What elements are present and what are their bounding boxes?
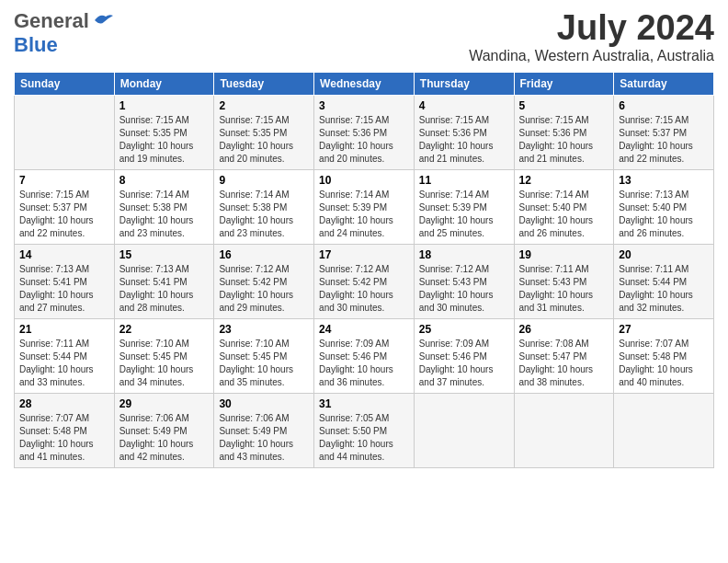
col-header-wednesday: Wednesday xyxy=(314,72,415,95)
date-number: 14 xyxy=(19,248,109,261)
date-number: 17 xyxy=(319,248,409,261)
calendar-cell: 2Sunrise: 7:15 AMSunset: 5:35 PMDaylight… xyxy=(214,95,314,169)
cell-info: Sunrise: 7:11 AMSunset: 5:44 PMDaylight:… xyxy=(19,338,109,389)
cell-info: Sunrise: 7:07 AMSunset: 5:48 PMDaylight:… xyxy=(19,412,109,464)
calendar-cell: 16Sunrise: 7:12 AMSunset: 5:42 PMDayligh… xyxy=(214,244,314,318)
date-number: 21 xyxy=(19,323,109,336)
calendar-cell: 7Sunrise: 7:15 AMSunset: 5:37 PMDaylight… xyxy=(15,169,115,244)
cell-info: Sunrise: 7:14 AMSunset: 5:39 PMDaylight:… xyxy=(419,189,509,240)
calendar-cell: 1Sunrise: 7:15 AMSunset: 5:35 PMDaylight… xyxy=(114,95,214,169)
date-number: 1 xyxy=(119,99,210,112)
date-number: 4 xyxy=(419,99,509,112)
date-number: 23 xyxy=(219,323,309,336)
calendar-cell: 4Sunrise: 7:15 AMSunset: 5:36 PMDaylight… xyxy=(414,95,514,169)
col-header-monday: Monday xyxy=(114,72,214,95)
date-number: 3 xyxy=(319,99,409,112)
col-header-sunday: Sunday xyxy=(15,72,115,95)
calendar-cell: 10Sunrise: 7:14 AMSunset: 5:39 PMDayligh… xyxy=(314,169,415,244)
cell-info: Sunrise: 7:14 AMSunset: 5:38 PMDaylight:… xyxy=(219,189,309,240)
calendar-cell: 19Sunrise: 7:11 AMSunset: 5:43 PMDayligh… xyxy=(514,244,614,318)
cell-info: Sunrise: 7:14 AMSunset: 5:38 PMDaylight:… xyxy=(119,189,210,240)
calendar-cell xyxy=(414,393,514,467)
calendar-cell xyxy=(15,95,115,169)
calendar-cell: 23Sunrise: 7:10 AMSunset: 5:45 PMDayligh… xyxy=(214,318,314,393)
date-number: 24 xyxy=(319,323,409,336)
logo-general-text: General xyxy=(14,9,89,33)
calendar-cell: 13Sunrise: 7:13 AMSunset: 5:40 PMDayligh… xyxy=(614,169,714,244)
cell-info: Sunrise: 7:15 AMSunset: 5:35 PMDaylight:… xyxy=(219,114,309,166)
cell-info: Sunrise: 7:10 AMSunset: 5:45 PMDaylight:… xyxy=(119,338,210,389)
date-number: 27 xyxy=(619,323,709,336)
date-number: 2 xyxy=(219,99,309,112)
date-number: 28 xyxy=(19,397,109,410)
calendar-cell: 25Sunrise: 7:09 AMSunset: 5:46 PMDayligh… xyxy=(414,318,514,393)
cell-info: Sunrise: 7:05 AMSunset: 5:50 PMDaylight:… xyxy=(319,412,409,464)
calendar-cell: 27Sunrise: 7:07 AMSunset: 5:48 PMDayligh… xyxy=(614,318,714,393)
date-number: 18 xyxy=(419,248,509,261)
calendar-cell: 5Sunrise: 7:15 AMSunset: 5:36 PMDaylight… xyxy=(514,95,614,169)
date-number: 26 xyxy=(519,323,609,336)
cell-info: Sunrise: 7:10 AMSunset: 5:45 PMDaylight:… xyxy=(219,338,309,389)
cell-info: Sunrise: 7:15 AMSunset: 5:36 PMDaylight:… xyxy=(419,114,509,166)
calendar-cell xyxy=(614,393,714,467)
date-number: 5 xyxy=(519,99,609,112)
cell-info: Sunrise: 7:12 AMSunset: 5:42 PMDaylight:… xyxy=(219,263,309,315)
calendar-cell: 15Sunrise: 7:13 AMSunset: 5:41 PMDayligh… xyxy=(114,244,214,318)
calendar-cell: 6Sunrise: 7:15 AMSunset: 5:37 PMDaylight… xyxy=(614,95,714,169)
col-header-tuesday: Tuesday xyxy=(214,72,314,95)
date-number: 16 xyxy=(219,248,309,261)
week-row-4: 28Sunrise: 7:07 AMSunset: 5:48 PMDayligh… xyxy=(15,393,714,467)
cell-info: Sunrise: 7:15 AMSunset: 5:36 PMDaylight:… xyxy=(519,114,609,166)
cell-info: Sunrise: 7:11 AMSunset: 5:43 PMDaylight:… xyxy=(519,263,609,315)
calendar-cell: 22Sunrise: 7:10 AMSunset: 5:45 PMDayligh… xyxy=(114,318,214,393)
cell-info: Sunrise: 7:09 AMSunset: 5:46 PMDaylight:… xyxy=(419,338,509,389)
cell-info: Sunrise: 7:06 AMSunset: 5:49 PMDaylight:… xyxy=(119,412,210,464)
col-header-friday: Friday xyxy=(514,72,614,95)
page-title: July 2024 xyxy=(469,9,714,48)
cell-info: Sunrise: 7:09 AMSunset: 5:46 PMDaylight:… xyxy=(319,338,409,389)
page-subtitle: Wandina, Western Australia, Australia xyxy=(469,48,714,64)
date-number: 15 xyxy=(119,248,210,261)
cell-info: Sunrise: 7:14 AMSunset: 5:39 PMDaylight:… xyxy=(319,189,409,240)
cell-info: Sunrise: 7:11 AMSunset: 5:44 PMDaylight:… xyxy=(619,263,709,315)
date-number: 7 xyxy=(19,174,109,187)
calendar-cell xyxy=(514,393,614,467)
cell-info: Sunrise: 7:15 AMSunset: 5:37 PMDaylight:… xyxy=(19,189,109,240)
calendar-cell: 24Sunrise: 7:09 AMSunset: 5:46 PMDayligh… xyxy=(314,318,415,393)
date-number: 25 xyxy=(419,323,509,336)
date-number: 9 xyxy=(219,174,309,187)
logo-bird-icon xyxy=(93,13,113,29)
calendar-cell: 30Sunrise: 7:06 AMSunset: 5:49 PMDayligh… xyxy=(214,393,314,467)
date-number: 10 xyxy=(319,174,409,187)
date-number: 30 xyxy=(219,397,309,410)
cell-info: Sunrise: 7:14 AMSunset: 5:40 PMDaylight:… xyxy=(519,189,609,240)
cell-info: Sunrise: 7:08 AMSunset: 5:47 PMDaylight:… xyxy=(519,338,609,389)
calendar-cell: 18Sunrise: 7:12 AMSunset: 5:43 PMDayligh… xyxy=(414,244,514,318)
calendar-cell: 21Sunrise: 7:11 AMSunset: 5:44 PMDayligh… xyxy=(15,318,115,393)
calendar-cell: 29Sunrise: 7:06 AMSunset: 5:49 PMDayligh… xyxy=(114,393,214,467)
cell-info: Sunrise: 7:12 AMSunset: 5:43 PMDaylight:… xyxy=(419,263,509,315)
week-row-3: 21Sunrise: 7:11 AMSunset: 5:44 PMDayligh… xyxy=(15,318,714,393)
date-number: 13 xyxy=(619,174,709,187)
calendar-cell: 12Sunrise: 7:14 AMSunset: 5:40 PMDayligh… xyxy=(514,169,614,244)
logo-blue-text: Blue xyxy=(14,33,58,56)
logo: General Blue xyxy=(14,9,113,57)
calendar-cell: 14Sunrise: 7:13 AMSunset: 5:41 PMDayligh… xyxy=(15,244,115,318)
calendar-cell: 26Sunrise: 7:08 AMSunset: 5:47 PMDayligh… xyxy=(514,318,614,393)
date-number: 20 xyxy=(619,248,709,261)
calendar-cell: 8Sunrise: 7:14 AMSunset: 5:38 PMDaylight… xyxy=(114,169,214,244)
cell-info: Sunrise: 7:13 AMSunset: 5:40 PMDaylight:… xyxy=(619,189,709,240)
calendar-cell: 11Sunrise: 7:14 AMSunset: 5:39 PMDayligh… xyxy=(414,169,514,244)
calendar-cell: 9Sunrise: 7:14 AMSunset: 5:38 PMDaylight… xyxy=(214,169,314,244)
date-number: 8 xyxy=(119,174,210,187)
week-row-0: 1Sunrise: 7:15 AMSunset: 5:35 PMDaylight… xyxy=(15,95,714,169)
date-number: 22 xyxy=(119,323,210,336)
col-header-thursday: Thursday xyxy=(414,72,514,95)
calendar-cell: 3Sunrise: 7:15 AMSunset: 5:36 PMDaylight… xyxy=(314,95,415,169)
cell-info: Sunrise: 7:13 AMSunset: 5:41 PMDaylight:… xyxy=(19,263,109,315)
week-row-2: 14Sunrise: 7:13 AMSunset: 5:41 PMDayligh… xyxy=(15,244,714,318)
cell-info: Sunrise: 7:06 AMSunset: 5:49 PMDaylight:… xyxy=(219,412,309,464)
date-number: 12 xyxy=(519,174,609,187)
title-block: July 2024 Wandina, Western Australia, Au… xyxy=(469,9,714,64)
date-number: 6 xyxy=(619,99,709,112)
